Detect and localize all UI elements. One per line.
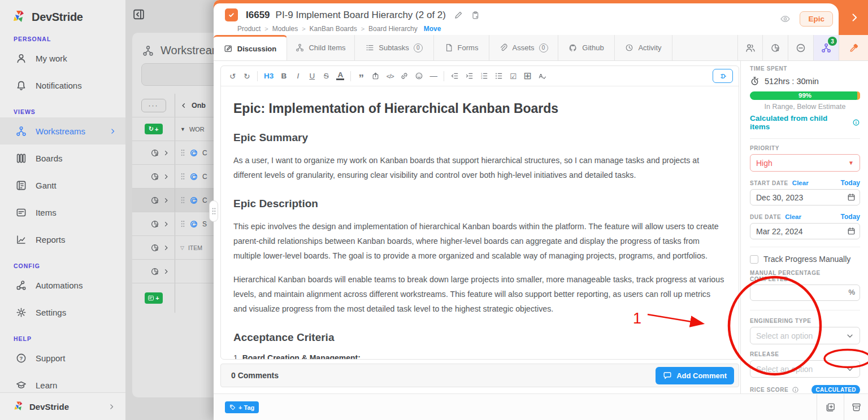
tab-assets[interactable]: Assets 0	[489, 35, 558, 60]
style-picker-tab[interactable]	[839, 35, 868, 60]
archive-button[interactable]	[844, 394, 868, 420]
watchers-button[interactable]	[780, 14, 791, 24]
outdent-button[interactable]	[450, 72, 459, 80]
add-comment-button[interactable]: Add Comment	[656, 367, 734, 384]
ai-plugin-button[interactable]	[713, 69, 733, 83]
table-menu-button[interactable]: ···	[141, 99, 166, 112]
document-body[interactable]: Epic: Implementation of Hierarchical Kan…	[221, 86, 739, 360]
sidebar-item-notifications[interactable]: Notifications	[0, 72, 125, 99]
sidebar-footer[interactable]: DevStride	[0, 392, 125, 420]
tab-child-items[interactable]: Child Items	[287, 35, 355, 60]
tab-github[interactable]: Github	[558, 35, 615, 60]
tab-subtasks[interactable]: Subtasks 0	[355, 35, 434, 60]
chevron-right-icon[interactable]	[163, 268, 170, 275]
chevron-down-icon	[846, 365, 854, 373]
chevron-right-icon[interactable]	[163, 150, 170, 156]
sidebar-item-my-work[interactable]: My work	[0, 45, 125, 72]
breadcrumb-item[interactable]: Board Hierarchy	[368, 25, 418, 33]
undo-button[interactable]: ↺	[229, 72, 237, 81]
start-date-input[interactable]	[750, 189, 860, 205]
breadcrumb-item[interactable]: Modules	[272, 25, 298, 33]
item-type-badge[interactable]: Epic	[800, 11, 833, 27]
calculated-from-children-link[interactable]: Calculated from child items	[750, 114, 860, 131]
drag-handle-icon[interactable]	[180, 196, 185, 204]
smiley-icon	[415, 72, 423, 80]
table-button[interactable]: ⊞	[523, 70, 531, 82]
release-select[interactable]: Select an option	[750, 360, 860, 378]
text-color-button[interactable]: A	[336, 72, 344, 80]
sidebar-item-items[interactable]: Items	[0, 199, 125, 226]
progress-tab[interactable]	[763, 35, 788, 60]
blockquote-button[interactable]: ”	[357, 72, 365, 81]
chevron-right-icon[interactable]	[163, 244, 170, 251]
due-date-input[interactable]	[750, 223, 860, 239]
expand-panel-button[interactable]	[849, 12, 860, 23]
sidebar-item-support[interactable]: Support	[0, 344, 125, 371]
priority-select[interactable]: High ▼	[750, 154, 860, 172]
breadcrumb-item[interactable]: KanBan Boards	[310, 25, 357, 33]
due-date-today-link[interactable]: Today	[841, 213, 860, 221]
sidebar-item-workstreams[interactable]: Workstreams	[0, 117, 125, 145]
redo-button[interactable]: ↻	[243, 72, 251, 81]
add-tag-button[interactable]: + Tag	[225, 401, 259, 413]
pencil-square-icon	[224, 44, 233, 53]
sidebar-item-settings[interactable]: Settings	[0, 299, 125, 326]
breadcrumb-item[interactable]: Product	[237, 25, 261, 33]
devstride-logo[interactable]: DevStride	[0, 0, 125, 26]
track-progress-checkbox[interactable]	[750, 255, 758, 264]
export-button[interactable]	[371, 72, 380, 80]
drag-handle-icon[interactable]	[180, 220, 185, 228]
heading-button[interactable]: H3	[264, 72, 274, 80]
tab-discussion[interactable]: Discussion	[214, 35, 287, 60]
drag-handle-icon[interactable]	[180, 149, 185, 156]
check-icon	[227, 11, 236, 19]
tab-forms[interactable]: Forms	[434, 35, 489, 60]
move-link[interactable]: Move	[424, 25, 441, 33]
indent-button[interactable]	[465, 72, 474, 80]
progress-percent: 99%	[798, 92, 811, 99]
edit-title-button[interactable]	[454, 11, 463, 20]
modal-resize-handle[interactable]	[209, 200, 218, 222]
tab-activity[interactable]: Activity	[615, 35, 672, 60]
sidebar-item-boards[interactable]: Boards	[0, 145, 125, 172]
chevron-right-icon[interactable]	[163, 173, 170, 180]
code-button[interactable]: </>	[386, 73, 394, 80]
members-tab[interactable]	[738, 35, 763, 60]
emoji-button[interactable]	[415, 72, 423, 80]
start-date-clear-link[interactable]: Clear	[792, 180, 809, 186]
ordered-list-button[interactable]	[480, 72, 488, 80]
italic-button[interactable]: I	[294, 72, 302, 80]
checklist-button[interactable]: ☑	[509, 72, 517, 81]
hierarchy-tab[interactable]: 3	[814, 35, 839, 60]
calendar-icon[interactable]	[847, 227, 856, 235]
horizontal-rule-button[interactable]: —	[429, 72, 437, 80]
due-date-clear-link[interactable]: Clear	[785, 213, 801, 220]
chevron-right-icon[interactable]	[163, 197, 170, 204]
chevron-right-icon[interactable]	[163, 221, 170, 228]
start-date-today-link[interactable]: Today	[841, 179, 860, 187]
add-item-button[interactable]: +	[145, 292, 163, 304]
doc-paragraph: Hierarchical Kanban boards will enable t…	[233, 272, 725, 316]
underline-button[interactable]: U	[308, 72, 316, 80]
settings-icon	[16, 307, 27, 318]
bold-button[interactable]: B	[280, 72, 288, 80]
add-workstream-button[interactable]: ↻+	[145, 124, 163, 134]
link-button[interactable]	[400, 72, 409, 80]
calendar-icon[interactable]	[847, 193, 856, 202]
manual-percentage-input[interactable]	[750, 285, 860, 301]
collapse-sidebar-button[interactable]	[132, 8, 145, 21]
spellcheck-button[interactable]	[538, 72, 546, 80]
duplicate-button[interactable]	[817, 394, 844, 420]
bullet-list-button[interactable]	[494, 72, 503, 80]
sidebar-item-gantt[interactable]: Gantt	[0, 172, 125, 199]
copy-link-button[interactable]	[471, 11, 480, 20]
engineering-type-select[interactable]: Select an option	[750, 327, 860, 344]
strikethrough-button[interactable]: S	[322, 72, 330, 80]
blocked-tab[interactable]	[788, 35, 814, 60]
sidebar-item-label: Items	[36, 208, 57, 217]
export-icon	[371, 72, 380, 80]
info-icon[interactable]	[792, 386, 799, 393]
sidebar-item-reports[interactable]: Reports	[0, 226, 125, 253]
drag-handle-icon[interactable]	[180, 173, 185, 180]
sidebar-item-automations[interactable]: Automations	[0, 272, 125, 299]
